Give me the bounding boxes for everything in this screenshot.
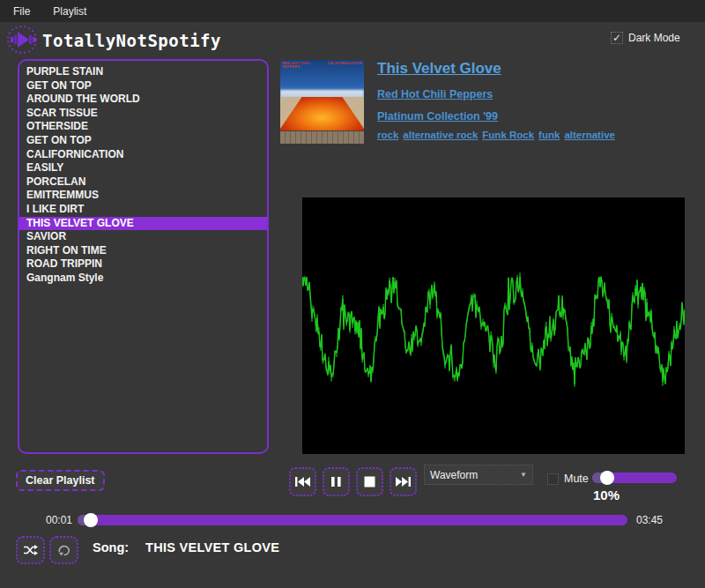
previous-track-icon (294, 476, 311, 488)
playlist-listbox[interactable]: PURPLE STAINGET ON TOPAROUND THE WORLDSC… (18, 59, 269, 454)
genre-tags: rockalternative rockFunk Rockfunkalterna… (377, 130, 633, 140)
current-song-name: THIS VELVET GLOVE (145, 540, 279, 555)
chevron-down-icon: ▼ (520, 471, 527, 479)
song-label: Song: (93, 540, 129, 555)
playlist-item[interactable]: ROAD TRIPPIN (19, 257, 267, 272)
pause-button[interactable] (323, 467, 350, 496)
volume-slider-thumb[interactable] (600, 471, 614, 485)
artist-link[interactable]: Red Hot Chili Peppers (377, 88, 493, 100)
playlist-item[interactable]: PURPLE STAIN (19, 65, 267, 79)
mute-checkbox[interactable] (547, 473, 559, 485)
playlist-item[interactable]: RIGHT ON TIME (19, 244, 267, 258)
genre-tag-link[interactable]: rock (377, 130, 398, 140)
app-logo-icon (5, 24, 39, 56)
stop-icon (364, 476, 375, 488)
dark-mode-toggle[interactable]: ✓ Dark Mode (611, 32, 680, 44)
album-art: RED HOT CHILI PEPPERS CALIFORNICATION (280, 60, 364, 144)
album-link[interactable]: Platinum Collection '99 (377, 110, 498, 123)
menu-bar: File Playlist (0, 0, 705, 22)
elapsed-time-label: 00:01 (46, 514, 72, 526)
album-art-boardwalk (280, 130, 364, 144)
app-title: TotallyNotSpotify (42, 31, 221, 50)
genre-tag-link[interactable]: alternative (564, 130, 615, 140)
genre-tag-link[interactable]: funk (538, 130, 560, 140)
playlist-item[interactable]: EASILY (19, 161, 267, 175)
progress-slider-thumb[interactable] (84, 513, 98, 527)
dropdown-selected-value: Waveform (430, 469, 520, 481)
album-art-title-text: CALIFORNICATION (327, 62, 362, 69)
playlist-item[interactable]: THIS VELVET GLOVE (19, 217, 267, 231)
album-art-band-text: RED HOT CHILI PEPPERS (282, 62, 327, 69)
progress-slider[interactable] (78, 515, 627, 525)
next-track-icon (395, 476, 412, 488)
next-track-button[interactable] (390, 467, 417, 496)
shuffle-icon (23, 544, 38, 556)
stop-button[interactable] (356, 467, 383, 496)
mute-label: Mute (564, 473, 589, 485)
waveform-svg (302, 197, 685, 454)
checkmark-icon[interactable]: ✓ (611, 32, 623, 44)
playlist-item[interactable]: GET ON TOP (19, 79, 267, 93)
genre-tag-link[interactable]: Funk Rock (482, 130, 534, 140)
volume-slider[interactable] (592, 473, 677, 483)
waveform-visualizer (302, 197, 685, 454)
menu-file[interactable]: File (13, 5, 30, 18)
playlist-item[interactable]: OTHERSIDE (19, 120, 267, 134)
repeat-button[interactable] (49, 536, 78, 564)
app-window: File Playlist TotallyNotSpotify ✓ Dark M… (0, 0, 705, 588)
dark-mode-label: Dark Mode (628, 32, 680, 44)
repeat-icon (56, 544, 71, 557)
total-time-label: 03:45 (636, 514, 663, 526)
playlist-item[interactable]: SCAR TISSUE (19, 107, 267, 121)
playlist-item[interactable]: EMITREMMUS (19, 189, 267, 203)
volume-percent-label: 10% (593, 488, 620, 502)
clear-playlist-button[interactable]: Clear Playlist (16, 470, 105, 491)
playlist-item[interactable]: CALIFORNICATION (19, 148, 267, 162)
playlist-item[interactable]: I LIKE DIRT (19, 203, 267, 217)
visualizer-mode-dropdown[interactable]: Waveform ▼ (424, 465, 533, 485)
shuffle-button[interactable] (16, 536, 45, 564)
playlist-item[interactable]: SAVIOR (19, 230, 267, 244)
song-title-link[interactable]: This Velvet Glove (377, 60, 501, 78)
menu-playlist[interactable]: Playlist (53, 5, 86, 18)
playlist-item[interactable]: PORCELAN (19, 175, 267, 190)
previous-track-button[interactable] (289, 467, 316, 496)
playlist-item[interactable]: GET ON TOP (19, 134, 267, 148)
now-playing-info: This Velvet Glove Red Hot Chili Peppers … (377, 60, 633, 140)
pause-icon (330, 476, 342, 488)
playlist-item[interactable]: Gangnam Style (19, 272, 267, 286)
genre-tag-link[interactable]: alternative rock (403, 130, 478, 140)
playlist-item[interactable]: AROUND THE WORLD (19, 93, 267, 107)
